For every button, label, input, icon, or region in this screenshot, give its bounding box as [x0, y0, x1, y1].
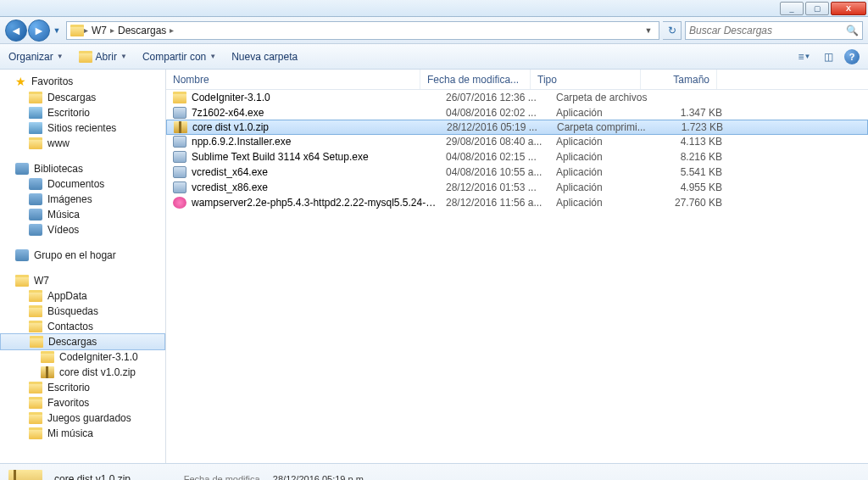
nav-tree-item[interactable]: AppData	[0, 288, 165, 304]
nav-tree-item[interactable]: Favoritos	[0, 395, 165, 410]
share-menu[interactable]: Compartir con▼	[142, 51, 216, 63]
organize-menu[interactable]: Organizar▼	[8, 51, 64, 63]
history-dropdown[interactable]: ▼	[51, 26, 63, 35]
forward-button[interactable]: ►	[28, 20, 50, 42]
breadcrumb-item[interactable]: Descargas	[114, 25, 170, 36]
star-icon: ★	[15, 75, 26, 88]
nav-tree-subitem[interactable]: core dist v1.0.zip	[0, 365, 165, 380]
nav-favorites-item[interactable]: Sitios recientes	[0, 120, 165, 136]
videos-icon	[29, 224, 42, 236]
column-name[interactable]: Nombre	[166, 70, 420, 89]
nav-favorites-item[interactable]: Descargas	[0, 90, 165, 105]
file-row[interactable]: Sublime Text Build 3114 x64 Setup.exe04/…	[166, 149, 868, 165]
details-mod-label: Fecha de modifica...	[184, 474, 268, 481]
app-icon	[173, 136, 186, 148]
help-button[interactable]: ?	[844, 49, 860, 64]
breadcrumb[interactable]: ▸ W7 ▸ Descargas ▸ ▼	[66, 21, 659, 40]
homegroup-icon	[15, 249, 29, 261]
file-name: core dist v1.0.zip	[192, 121, 440, 133]
breadcrumb-separator: ▸	[170, 25, 174, 35]
file-list[interactable]: CodeIgniter-3.1.026/07/2016 12:36 ...Car…	[166, 90, 868, 463]
breadcrumb-dropdown[interactable]: ▼	[642, 26, 655, 35]
homegroup-header[interactable]: Grupo en el hogar	[0, 248, 165, 263]
folder-icon	[29, 305, 42, 317]
nav-favorites-item[interactable]: www	[0, 136, 165, 151]
zip-icon	[174, 121, 187, 133]
nav-library-item[interactable]: Vídeos	[0, 222, 165, 237]
music-icon	[29, 209, 42, 220]
file-date: 26/07/2016 12:36 ...	[439, 92, 549, 103]
preview-pane-button[interactable]: ◫	[821, 49, 836, 64]
nav-tree-item[interactable]: Búsquedas	[0, 304, 165, 319]
nav-tree-item[interactable]: Juegos guardados	[0, 410, 165, 426]
nav-library-item[interactable]: Música	[0, 207, 165, 222]
folder-icon	[30, 336, 43, 348]
search-box[interactable]: 🔍	[685, 21, 863, 40]
main-area: ★Favoritos Descargas Escritorio Sitios r…	[0, 70, 868, 463]
breadcrumb-item[interactable]: W7	[88, 25, 110, 36]
file-type: Aplicación	[549, 136, 659, 148]
folder-icon	[29, 321, 42, 332]
navigation-pane[interactable]: ★Favoritos Descargas Escritorio Sitios r…	[0, 70, 166, 463]
view-menu[interactable]: ≡ ▼	[797, 49, 812, 64]
desktop-icon	[29, 107, 42, 119]
file-row[interactable]: 7z1602-x64.exe04/08/2016 02:02 ...Aplica…	[166, 105, 868, 120]
nav-tree-item[interactable]: Mi música	[0, 426, 165, 441]
file-row[interactable]: core dist v1.0.zip28/12/2016 05:19 ...Ca…	[166, 120, 868, 135]
nav-tree-item[interactable]: Contactos	[0, 319, 165, 334]
folder-icon	[29, 397, 42, 409]
folder-icon	[29, 92, 42, 103]
maximize-button[interactable]: ▢	[805, 2, 829, 15]
close-button[interactable]: X	[831, 2, 866, 15]
nav-favorites-item[interactable]: Escritorio	[0, 105, 165, 120]
libraries-header[interactable]: Bibliotecas	[0, 161, 165, 176]
back-button[interactable]: ◄	[5, 20, 27, 42]
file-row[interactable]: npp.6.9.2.Installer.exe29/08/2016 08:40 …	[166, 134, 868, 149]
file-name: Sublime Text Build 3114 x64 Setup.exe	[192, 151, 439, 163]
column-type[interactable]: Tipo	[531, 70, 641, 89]
favorites-header[interactable]: ★Favoritos	[0, 73, 165, 90]
open-menu[interactable]: Abrir▼	[79, 51, 127, 63]
file-date: 29/08/2016 08:40 a...	[439, 136, 549, 148]
nav-tree-item-descargas[interactable]: Descargas	[0, 333, 165, 350]
file-type: Aplicación	[549, 107, 659, 119]
new-folder-button[interactable]: Nueva carpeta	[231, 51, 298, 63]
file-name: vcredist_x64.exe	[192, 166, 439, 178]
file-row[interactable]: wampserver2.2e-php5.4.3-httpd2.2.22-mysq…	[166, 195, 868, 210]
file-row[interactable]: vcredist_x86.exe28/12/2016 01:53 ...Apli…	[166, 180, 868, 195]
library-icon	[15, 163, 29, 175]
nav-library-item[interactable]: Imágenes	[0, 192, 165, 207]
nav-tree-subitem[interactable]: CodeIgniter-3.1.0	[0, 349, 165, 365]
details-pane: core dist v1.0.zip Carpeta comprimida (e…	[0, 463, 868, 480]
file-row[interactable]: vcredist_x64.exe04/08/2016 10:55 a...Apl…	[166, 165, 868, 180]
folder-icon	[29, 412, 42, 424]
search-input[interactable]	[689, 25, 846, 36]
file-name: 7z1602-x64.exe	[192, 107, 439, 119]
folder-icon	[29, 427, 42, 439]
file-row[interactable]: CodeIgniter-3.1.026/07/2016 12:36 ...Car…	[166, 90, 868, 105]
file-date: 04/08/2016 10:55 a...	[439, 166, 549, 178]
folder-icon	[29, 137, 42, 149]
toolbar: Organizar▼ Abrir▼ Compartir con▼ Nueva c…	[0, 44, 868, 70]
app-icon	[173, 151, 186, 163]
zip-icon	[41, 366, 54, 378]
documents-icon	[29, 178, 42, 190]
title-bar: _ ▢ X	[0, 0, 868, 17]
nav-library-item[interactable]: Documentos	[0, 176, 165, 192]
minimize-button[interactable]: _	[780, 2, 804, 15]
file-size: 4.113 KB	[659, 136, 729, 148]
computer-header[interactable]: W7	[0, 273, 165, 288]
file-date: 04/08/2016 02:02 ...	[439, 107, 549, 119]
refresh-button[interactable]: ↻	[663, 21, 682, 40]
column-size[interactable]: Tamaño	[641, 70, 717, 89]
file-size: 1.347 KB	[659, 107, 729, 119]
pictures-icon	[29, 193, 42, 205]
file-date: 04/08/2016 02:15 ...	[439, 151, 549, 163]
nav-tree-item[interactable]: Escritorio	[0, 380, 165, 395]
search-icon[interactable]: 🔍	[846, 25, 859, 36]
file-date: 28/12/2016 01:53 ...	[439, 181, 549, 193]
file-size: 5.541 KB	[659, 166, 729, 178]
column-date[interactable]: Fecha de modifica...	[420, 70, 531, 89]
file-type: Carpeta comprimi...	[550, 121, 660, 133]
file-name: vcredist_x86.exe	[192, 181, 439, 193]
